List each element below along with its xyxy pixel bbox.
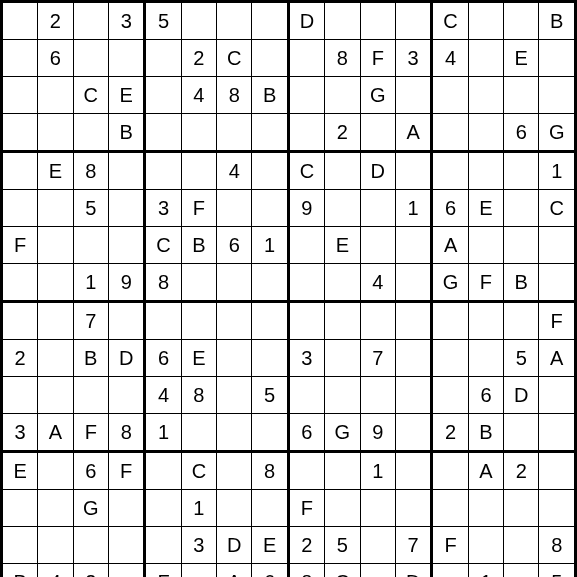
cell[interactable]	[181, 2, 216, 40]
cell[interactable]: D	[217, 527, 252, 564]
cell[interactable]: G	[73, 490, 108, 527]
cell[interactable]: 2	[325, 114, 360, 152]
cell[interactable]	[539, 264, 576, 302]
cell[interactable]: 7	[73, 302, 108, 340]
cell[interactable]	[288, 264, 324, 302]
cell[interactable]	[468, 114, 503, 152]
cell[interactable]	[360, 2, 395, 40]
cell[interactable]	[38, 340, 73, 377]
cell[interactable]	[468, 2, 503, 40]
cell[interactable]	[432, 452, 468, 490]
cell[interactable]	[252, 114, 288, 152]
cell[interactable]: 4	[38, 564, 73, 578]
cell[interactable]	[396, 302, 432, 340]
cell[interactable]: A	[396, 114, 432, 152]
cell[interactable]	[325, 190, 360, 227]
cell[interactable]: 9	[288, 190, 324, 227]
cell[interactable]	[109, 490, 145, 527]
cell[interactable]: F	[73, 414, 108, 452]
cell[interactable]: E	[252, 527, 288, 564]
cell[interactable]	[145, 77, 181, 114]
cell[interactable]: D	[109, 340, 145, 377]
cell[interactable]: 3	[2, 414, 38, 452]
cell[interactable]: 6	[432, 190, 468, 227]
cell[interactable]: A	[38, 414, 73, 452]
cell[interactable]: 7	[396, 527, 432, 564]
cell[interactable]	[217, 114, 252, 152]
cell[interactable]	[468, 490, 503, 527]
cell[interactable]: 8	[252, 452, 288, 490]
cell[interactable]	[252, 414, 288, 452]
cell[interactable]	[325, 490, 360, 527]
cell[interactable]: 5	[145, 2, 181, 40]
cell[interactable]: E	[468, 190, 503, 227]
cell[interactable]: 8	[181, 377, 216, 414]
cell[interactable]: 8	[109, 414, 145, 452]
cell[interactable]	[432, 302, 468, 340]
cell[interactable]: 1	[396, 190, 432, 227]
cell[interactable]: B	[2, 564, 38, 578]
cell[interactable]: A	[432, 227, 468, 264]
cell[interactable]: 9	[109, 264, 145, 302]
cell[interactable]	[145, 114, 181, 152]
cell[interactable]	[181, 152, 216, 190]
cell[interactable]: 4	[217, 152, 252, 190]
cell[interactable]: F	[181, 190, 216, 227]
cell[interactable]	[109, 190, 145, 227]
cell[interactable]: D	[396, 564, 432, 578]
cell[interactable]	[468, 227, 503, 264]
cell[interactable]: 5	[539, 564, 576, 578]
cell[interactable]	[504, 152, 539, 190]
cell[interactable]	[432, 77, 468, 114]
cell[interactable]	[325, 452, 360, 490]
cell[interactable]: 3	[181, 527, 216, 564]
cell[interactable]	[396, 490, 432, 527]
cell[interactable]	[38, 490, 73, 527]
cell[interactable]	[145, 490, 181, 527]
cell[interactable]	[217, 377, 252, 414]
cell[interactable]	[539, 452, 576, 490]
cell[interactable]	[109, 302, 145, 340]
cell[interactable]	[325, 77, 360, 114]
cell[interactable]	[2, 264, 38, 302]
cell[interactable]: B	[181, 227, 216, 264]
cell[interactable]	[504, 302, 539, 340]
cell[interactable]	[38, 264, 73, 302]
cell[interactable]	[145, 302, 181, 340]
cell[interactable]	[2, 2, 38, 40]
cell[interactable]: F	[109, 452, 145, 490]
cell[interactable]: C	[217, 40, 252, 77]
cell[interactable]	[539, 414, 576, 452]
cell[interactable]	[432, 152, 468, 190]
cell[interactable]	[2, 152, 38, 190]
cell[interactable]	[325, 264, 360, 302]
cell[interactable]: 6	[252, 564, 288, 578]
cell[interactable]	[38, 190, 73, 227]
cell[interactable]: 1	[73, 264, 108, 302]
cell[interactable]: 7	[360, 340, 395, 377]
cell[interactable]	[396, 227, 432, 264]
cell[interactable]	[181, 564, 216, 578]
cell[interactable]: 6	[73, 452, 108, 490]
cell[interactable]: 2	[181, 40, 216, 77]
cell[interactable]	[252, 302, 288, 340]
cell[interactable]	[504, 490, 539, 527]
cell[interactable]: 8	[145, 264, 181, 302]
cell[interactable]: 8	[325, 40, 360, 77]
cell[interactable]	[325, 2, 360, 40]
cell[interactable]: 8	[73, 152, 108, 190]
cell[interactable]	[360, 564, 395, 578]
cell[interactable]: 2	[432, 414, 468, 452]
cell[interactable]	[539, 227, 576, 264]
cell[interactable]: 5	[73, 190, 108, 227]
cell[interactable]: C	[325, 564, 360, 578]
cell[interactable]	[432, 490, 468, 527]
cell[interactable]	[288, 114, 324, 152]
cell[interactable]	[73, 114, 108, 152]
cell[interactable]	[252, 40, 288, 77]
cell[interactable]: 4	[145, 377, 181, 414]
cell[interactable]	[109, 564, 145, 578]
cell[interactable]: B	[109, 114, 145, 152]
cell[interactable]	[396, 377, 432, 414]
cell[interactable]	[2, 527, 38, 564]
